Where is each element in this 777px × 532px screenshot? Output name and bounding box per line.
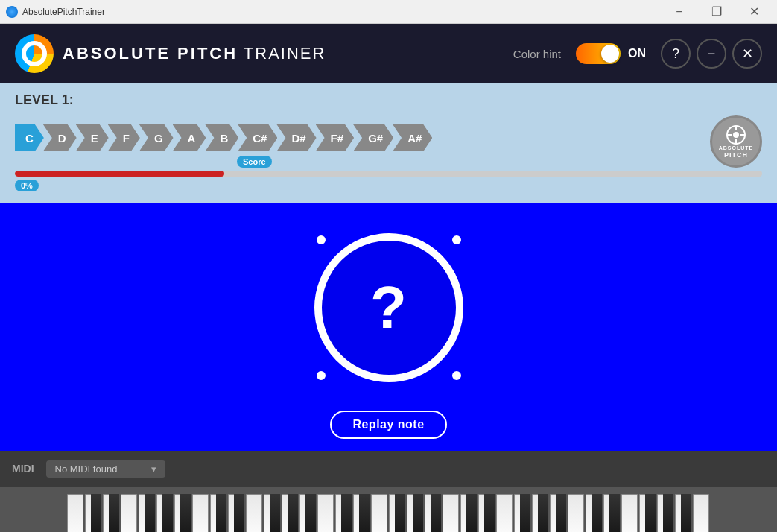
- logo-text-1: ABSOLUTE: [719, 145, 754, 151]
- piano-white-key[interactable]: [693, 494, 709, 532]
- minimize-button[interactable]: −: [662, 0, 697, 24]
- piano-area: [0, 487, 777, 532]
- midi-device-value: No MIDI found: [55, 463, 118, 475]
- piano-white-key[interactable]: [496, 494, 513, 532]
- piano-black-key[interactable]: [556, 494, 566, 532]
- piano-white-key[interactable]: [121, 494, 137, 532]
- app-header: ABSOLUTE PITCH TRAINER Color hint ON ? −…: [0, 24, 777, 83]
- toggle-knob: [601, 45, 619, 63]
- toggle-state-label: ON: [628, 47, 646, 60]
- piano-black-key[interactable]: [341, 494, 352, 532]
- note-chip-C[interactable]: C: [15, 124, 44, 151]
- logo-icon: [15, 34, 54, 73]
- piano-black-key[interactable]: [681, 494, 691, 532]
- piano-white-key[interactable]: [443, 494, 459, 532]
- piano-black-key[interactable]: [145, 494, 155, 532]
- level-label: LEVEL 1:: [15, 92, 762, 108]
- piano-black-key[interactable]: [216, 494, 226, 532]
- piano-black-key[interactable]: [305, 494, 316, 532]
- piano-white-key[interactable]: [317, 494, 334, 532]
- question-mark: ?: [370, 278, 407, 338]
- note-chip-Fsharp[interactable]: F#: [316, 124, 355, 151]
- toggle-container: ON: [576, 43, 646, 64]
- note-chip-D[interactable]: D: [43, 124, 77, 151]
- header-right: Color hint ON ? − ✕: [513, 39, 762, 69]
- logo-text-2: PITCH: [724, 151, 748, 159]
- piano-black-key[interactable]: [592, 494, 602, 532]
- midi-chevron-icon: ▾: [151, 463, 156, 475]
- note-chip-F[interactable]: F: [108, 124, 140, 151]
- corner-dot-bl: [314, 369, 328, 382]
- progress-fill: [15, 171, 224, 177]
- piano-black-key[interactable]: [663, 494, 673, 532]
- piano-white-key[interactable]: [246, 494, 262, 532]
- title-bar-title: AbsolutePitchTrainer: [22, 7, 105, 17]
- piano-black-key[interactable]: [395, 494, 405, 532]
- replay-note-button[interactable]: Replay note: [330, 411, 446, 439]
- piano-black-key[interactable]: [431, 494, 441, 532]
- piano-black-key[interactable]: [109, 494, 119, 532]
- progress-track: [15, 171, 762, 177]
- app-icon: [6, 6, 18, 18]
- midi-device-select[interactable]: No MIDI found ▾: [46, 460, 165, 478]
- corner-dot-br: [450, 369, 463, 382]
- corner-dot-tr: [450, 233, 463, 247]
- question-circle-wrapper: ?: [299, 218, 478, 397]
- color-hint-toggle[interactable]: [576, 43, 621, 64]
- note-chip-Dsharp[interactable]: D#: [276, 124, 316, 151]
- color-hint-label: Color hint: [513, 48, 561, 60]
- piano-black-key[interactable]: [538, 494, 548, 532]
- midi-bar: MIDI No MIDI found ▾: [0, 451, 777, 487]
- title-bar-left: AbsolutePitchTrainer: [6, 6, 105, 18]
- piano-black-key[interactable]: [484, 494, 495, 532]
- help-button[interactable]: ?: [661, 39, 691, 69]
- svg-point-1: [733, 132, 739, 138]
- piano-black-key[interactable]: [645, 494, 656, 532]
- piano-black-key[interactable]: [288, 494, 298, 532]
- piano-white-key[interactable]: [67, 494, 83, 532]
- piano-black-key[interactable]: [520, 494, 530, 532]
- piano-black-key[interactable]: [162, 494, 173, 532]
- close-button[interactable]: ✕: [737, 0, 771, 24]
- piano-white-key[interactable]: [371, 494, 387, 532]
- app-title: ABSOLUTE PITCH TRAINER: [63, 44, 326, 63]
- play-area: ? Replay note: [0, 203, 777, 451]
- piano-black-key[interactable]: [180, 494, 191, 532]
- piano-black-key[interactable]: [466, 494, 477, 532]
- note-chip-G[interactable]: G: [139, 124, 174, 151]
- header-minimize-button[interactable]: −: [697, 39, 726, 69]
- piano-black-key[interactable]: [91, 494, 101, 532]
- restore-button[interactable]: ❐: [700, 0, 734, 24]
- percent-badge: 0%: [15, 180, 39, 191]
- absolute-pitch-logo: ABSOLUTE PITCH: [710, 115, 762, 168]
- piano-black-key[interactable]: [609, 494, 620, 532]
- progress-bar-container: Score 0%: [15, 171, 762, 191]
- piano-black-key[interactable]: [359, 494, 370, 532]
- piano-keys: [67, 494, 711, 532]
- note-chip-A[interactable]: A: [173, 124, 206, 151]
- header-close-button[interactable]: ✕: [732, 39, 762, 69]
- title-bar: AbsolutePitchTrainer − ❐ ✕: [0, 0, 777, 24]
- midi-label: MIDI: [12, 463, 34, 475]
- header-actions: ? − ✕: [661, 39, 762, 69]
- note-chip-Csharp[interactable]: C#: [238, 124, 277, 151]
- question-circle: ?: [314, 233, 463, 382]
- app-logo: ABSOLUTE PITCH TRAINER: [15, 34, 326, 73]
- note-chip-B[interactable]: B: [205, 124, 238, 151]
- piano-white-key[interactable]: [192, 494, 209, 532]
- piano-black-key[interactable]: [270, 494, 280, 532]
- note-chips-row: CDEFGABC#D#F#G#A# ABSOLUTE PITCH: [15, 115, 762, 168]
- level-bar-area: LEVEL 1: CDEFGABC#D#F#G#A# ABSOLUTE PITC…: [0, 83, 777, 203]
- piano-black-key[interactable]: [234, 494, 244, 532]
- title-bar-controls: − ❐ ✕: [662, 0, 771, 24]
- note-chips: CDEFGABC#D#F#G#A#: [15, 124, 431, 151]
- piano-white-key[interactable]: [568, 494, 584, 532]
- note-chip-E[interactable]: E: [76, 124, 109, 151]
- app-body: ABSOLUTE PITCH TRAINER Color hint ON ? −…: [0, 24, 777, 532]
- note-chip-Asharp[interactable]: A#: [393, 124, 432, 151]
- score-badge: Score: [237, 156, 272, 168]
- corner-dot-tl: [314, 233, 328, 247]
- note-chip-Gsharp[interactable]: G#: [353, 124, 393, 151]
- piano-black-key[interactable]: [413, 494, 423, 532]
- piano-white-key[interactable]: [621, 494, 638, 532]
